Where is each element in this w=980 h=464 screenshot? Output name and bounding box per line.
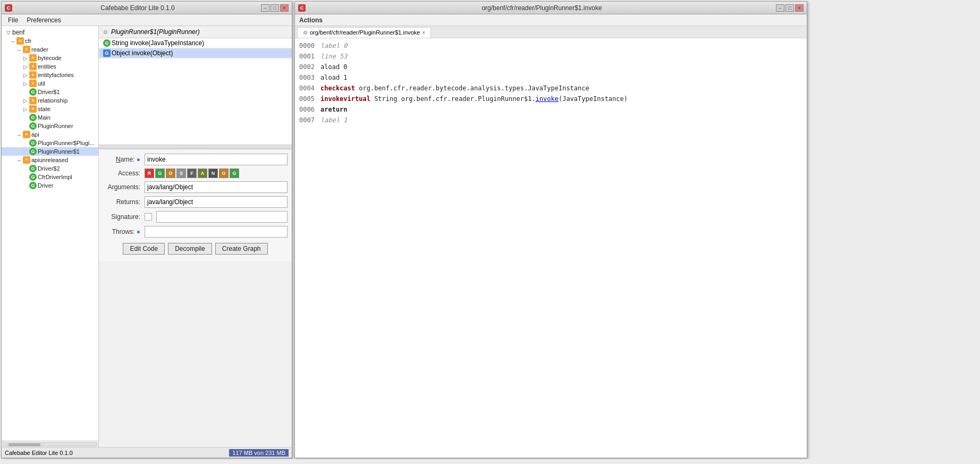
tree-item-driver1[interactable]: ▷ G Driver$1 bbox=[2, 88, 98, 96]
decompile-button[interactable]: Decompile bbox=[168, 243, 212, 255]
left-window-controls: – □ × bbox=[261, 4, 289, 12]
edit-code-button[interactable]: Edit Code bbox=[123, 243, 165, 255]
tree-label-reader: reader bbox=[31, 46, 48, 53]
method-item-0[interactable]: G String invoke(JavaTypeInstance) bbox=[99, 38, 292, 48]
tree-item-pluginrunner[interactable]: ▷ G PluginRunner bbox=[2, 122, 98, 130]
access-btn-g[interactable]: G bbox=[155, 168, 165, 178]
icon-driver1: G bbox=[29, 88, 37, 96]
expander-bytecode[interactable]: ▷ bbox=[22, 54, 29, 62]
details-panel: Name: ● Access: R G O S F A N bbox=[99, 149, 292, 261]
right-window-controls: – □ × bbox=[776, 4, 804, 12]
maximize-button-left[interactable]: □ bbox=[271, 4, 279, 12]
menu-preferences[interactable]: Preferences bbox=[22, 15, 65, 25]
arguments-label: Arguments: bbox=[103, 183, 140, 191]
tree-item-pluginrunner1[interactable]: ▷ G PluginRunner$1 bbox=[2, 147, 98, 156]
tree-label-apiunreleased: apiunreleased bbox=[31, 157, 68, 163]
expander-state[interactable]: ▷ bbox=[22, 105, 29, 113]
tree-label-driver1: Driver$1 bbox=[38, 89, 60, 95]
tree-item-entityfactories[interactable]: ▷ + entityfactories bbox=[2, 71, 98, 79]
access-btn-r[interactable]: R bbox=[145, 168, 154, 178]
tree-label-cfr: cfr bbox=[25, 38, 31, 44]
actions-bar: Actions bbox=[295, 14, 807, 26]
tree-item-bytecode[interactable]: ▷ + bytecode bbox=[2, 54, 98, 62]
name-input[interactable] bbox=[145, 154, 288, 165]
tree-item-util[interactable]: ▷ + util bbox=[2, 79, 98, 88]
tab-close-button[interactable]: × bbox=[422, 30, 425, 36]
bytecode-row-1: 0001 line 53 bbox=[295, 51, 807, 62]
class-name: PluginRunner$1(PluginRunner) bbox=[111, 28, 200, 36]
class-header: ⚙ PluginRunner$1(PluginRunner) bbox=[99, 26, 292, 38]
bytecode-row-4: 0004 checkcast org.benf.cfr.reader.bytec… bbox=[295, 83, 807, 94]
class-header-row: ⚙ PluginRunner$1(PluginRunner) bbox=[103, 28, 288, 36]
icon-apiunreleased: + bbox=[23, 156, 30, 164]
throws-label: Throws: ● bbox=[103, 228, 140, 235]
signature-input[interactable] bbox=[156, 211, 288, 223]
expander-entityfactories[interactable]: ▷ bbox=[22, 71, 29, 79]
minimize-button-left[interactable]: – bbox=[261, 4, 269, 12]
name-label: Name: ● bbox=[103, 156, 140, 163]
access-btn-n[interactable]: N bbox=[208, 168, 218, 178]
left-content: ▽ benf – + cfr – + reader bbox=[2, 26, 292, 447]
bc-addr-2: 0002 bbox=[299, 62, 320, 72]
tree-item-apiunreleased[interactable]: – + apiunreleased bbox=[2, 156, 98, 164]
returns-input[interactable] bbox=[145, 196, 288, 208]
tree-label-bytecode: bytecode bbox=[38, 55, 62, 61]
tree-label-entities: entities bbox=[38, 63, 56, 70]
tree-item-state[interactable]: ▷ + state bbox=[2, 105, 98, 113]
icon-reader: + bbox=[23, 46, 30, 53]
bc-addr-6: 0006 bbox=[299, 105, 320, 114]
bc-addr-0: 0000 bbox=[299, 41, 320, 50]
expander-cfr[interactable]: – bbox=[9, 37, 16, 45]
access-btn-o[interactable]: O bbox=[166, 168, 175, 178]
tree-item-relationship[interactable]: ▷ + relationship bbox=[2, 96, 98, 105]
maximize-button-right[interactable]: □ bbox=[785, 4, 794, 12]
tree-item-driver[interactable]: ▷ G Driver bbox=[2, 181, 98, 190]
menu-file[interactable]: File bbox=[4, 15, 22, 25]
expander-entities[interactable]: ▷ bbox=[22, 63, 29, 70]
tree-item-pluginrunner-plugin[interactable]: ▷ G PluginRunner$Plugi... bbox=[2, 139, 98, 147]
tree-item-entities[interactable]: ▷ + entities bbox=[2, 62, 98, 71]
access-btn-f[interactable]: F bbox=[187, 168, 197, 178]
tree-item-benf[interactable]: ▽ benf bbox=[2, 28, 98, 37]
bc-instr-6: areturn bbox=[320, 105, 348, 114]
throws-input[interactable] bbox=[145, 226, 288, 238]
tree-item-reader[interactable]: – + reader bbox=[2, 45, 98, 54]
icon-pluginrunner-plugin: G bbox=[29, 139, 37, 147]
icon-api: + bbox=[23, 131, 30, 138]
icon-entities: + bbox=[29, 63, 37, 70]
expander-benf[interactable]: ▽ bbox=[5, 29, 12, 36]
right-panel: ⚙ PluginRunner$1(PluginRunner) G String … bbox=[99, 26, 292, 447]
access-btn-s[interactable]: S bbox=[176, 168, 186, 178]
tree-label-driver: Driver bbox=[38, 182, 53, 189]
expander-reader[interactable]: – bbox=[15, 46, 23, 53]
arguments-input[interactable] bbox=[145, 181, 288, 193]
tabs-bar: ⚙ org/benf/cfr/reader/PluginRunner$1.inv… bbox=[295, 26, 807, 38]
access-btn-o2[interactable]: O bbox=[219, 168, 229, 178]
access-btn-g2[interactable]: G bbox=[230, 168, 239, 178]
tree-item-api[interactable]: – + api bbox=[2, 130, 98, 139]
hscroll-track[interactable] bbox=[3, 442, 97, 446]
signature-checkbox[interactable] bbox=[145, 213, 152, 221]
expander-apiunreleased[interactable]: – bbox=[15, 156, 23, 164]
expander-relationship[interactable]: ▷ bbox=[22, 97, 29, 104]
close-button-right[interactable]: × bbox=[795, 4, 804, 12]
expander-util[interactable]: ▷ bbox=[22, 80, 29, 87]
divider-handle[interactable]: . . . . . . . . . . . . bbox=[99, 145, 292, 149]
tree-item-cfrdriverimpl[interactable]: ▷ G CfrDriverImpl bbox=[2, 173, 98, 181]
signature-row: Signature: bbox=[103, 211, 288, 223]
tree-item-main[interactable]: ▷ G Main bbox=[2, 113, 98, 122]
create-graph-button[interactable]: Create Graph bbox=[215, 243, 268, 255]
minimize-button-right[interactable]: – bbox=[776, 4, 784, 12]
expander-api[interactable]: – bbox=[15, 131, 23, 138]
tree-item-driver2[interactable]: ▷ G Driver$2 bbox=[2, 164, 98, 173]
method-item-1[interactable]: G Object invoke(Object) bbox=[99, 48, 292, 58]
close-button-left[interactable]: × bbox=[280, 4, 289, 12]
tree-hscroll[interactable] bbox=[2, 441, 98, 447]
access-btn-a[interactable]: A bbox=[198, 168, 207, 178]
bytecode-row-5: 0005 invokevirtual String org.benf.cfr.r… bbox=[295, 94, 807, 104]
tab-pluginrunner1-invoke[interactable]: ⚙ org/benf/cfr/reader/PluginRunner$1.inv… bbox=[297, 27, 431, 38]
tree-item-cfr[interactable]: – + cfr bbox=[2, 37, 98, 45]
access-label: Access: bbox=[103, 170, 140, 177]
hscroll-thumb[interactable] bbox=[9, 443, 40, 446]
icon-pluginrunner: G bbox=[29, 122, 37, 130]
